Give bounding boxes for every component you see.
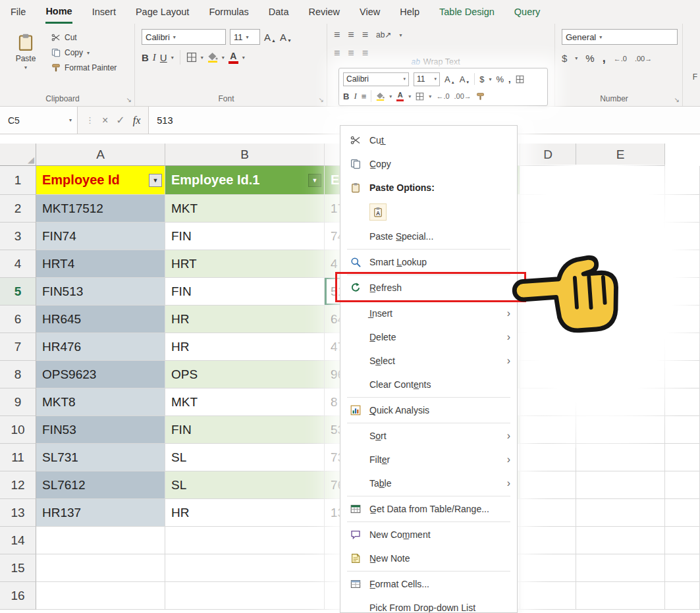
middle-align-icon[interactable]: ≡ xyxy=(348,29,354,41)
cell-a[interactable]: FIN74 xyxy=(36,223,165,250)
align-center-icon[interactable]: ≡ xyxy=(362,92,367,101)
row-header[interactable]: 11 xyxy=(0,444,36,471)
cell-d[interactable] xyxy=(520,278,576,306)
cell-b[interactable]: FIN xyxy=(165,278,325,306)
menu-item-smart-lookup[interactable]: Smart L̲ookup xyxy=(340,250,517,274)
menu-item-new-comment[interactable]: New Com̲ment xyxy=(340,523,517,546)
italic-button[interactable]: I xyxy=(354,91,356,101)
decrease-decimal-icon[interactable]: .00→ xyxy=(454,92,471,100)
cell-a[interactable]: OPS9623 xyxy=(36,361,165,388)
underline-button[interactable]: U xyxy=(160,52,167,63)
cell-a[interactable]: HR645 xyxy=(36,306,165,333)
cell-b[interactable]: SL xyxy=(165,471,325,499)
percent-style-button[interactable]: % xyxy=(585,53,594,64)
dialog-launcher-icon[interactable]: ↘ xyxy=(126,96,132,103)
align-center-icon[interactable]: ≡ xyxy=(348,47,354,59)
bottom-align-icon[interactable]: ≡ xyxy=(362,29,368,41)
enter-icon[interactable]: ✓ xyxy=(116,114,124,126)
ribbon-tab[interactable]: Page Layout xyxy=(136,0,189,24)
menu-item-clear-contents[interactable]: Clear Conte̲nts xyxy=(340,373,517,396)
cell-b[interactable] xyxy=(165,554,325,582)
cell-e[interactable] xyxy=(576,388,665,416)
increase-decimal-icon[interactable]: ←.0 xyxy=(614,55,627,63)
cell-a1[interactable]: Employee Id ▼ xyxy=(36,166,165,195)
ribbon-tab[interactable]: Formulas xyxy=(209,0,248,24)
cell-a[interactable]: HRT4 xyxy=(36,250,165,278)
cell-e[interactable] xyxy=(576,527,665,554)
row-header[interactable]: 3 xyxy=(0,223,36,250)
borders-icon[interactable] xyxy=(416,92,424,101)
font-size-combo[interactable]: 11 ▾ xyxy=(230,29,260,45)
menu-item-format-cells[interactable]: F̲ormat Cells... xyxy=(340,572,517,596)
cell-d[interactable] xyxy=(520,361,576,388)
cell-d[interactable] xyxy=(520,471,576,499)
cell-a[interactable] xyxy=(36,554,165,582)
menu-item-quick-analysis[interactable]: Q̲uick Analysis xyxy=(340,398,517,422)
row-header[interactable]: 13 xyxy=(0,499,36,527)
select-all-corner[interactable]: ◢ xyxy=(0,144,36,166)
menu-item-refresh[interactable]: R̲efresh xyxy=(340,276,517,300)
menu-item-delete[interactable]: D̲elete › xyxy=(340,325,517,349)
font-name-combo[interactable]: Calibri ▾ xyxy=(142,29,226,45)
bold-button[interactable]: B xyxy=(343,92,349,101)
increase-font-button[interactable]: A▲ xyxy=(264,32,276,43)
menu-item-get-data[interactable]: G̲et Data from Table/Range... xyxy=(340,497,517,521)
cell-e[interactable] xyxy=(576,306,665,333)
cell-b[interactable]: HRT xyxy=(165,250,325,278)
increase-font-button[interactable]: A▲ xyxy=(444,74,455,84)
column-header[interactable]: D xyxy=(520,144,576,166)
name-box[interactable]: C5 ▾ xyxy=(0,107,78,134)
decrease-decimal-icon[interactable]: .00→ xyxy=(635,55,652,63)
row-header[interactable]: 5 xyxy=(0,278,36,306)
ribbon-tab[interactable]: Help xyxy=(400,0,419,24)
cell-a[interactable]: MKT8 xyxy=(36,388,165,416)
cell-a[interactable]: SL731 xyxy=(36,444,165,471)
number-format-combo[interactable]: General ▾ xyxy=(562,29,678,45)
cell-d[interactable] xyxy=(520,250,576,278)
cell-e[interactable] xyxy=(576,250,665,278)
ribbon-tab[interactable]: Review xyxy=(308,0,340,24)
cell-b[interactable]: HR xyxy=(165,499,325,527)
paste-keep-text-button[interactable] xyxy=(369,203,387,221)
fill-color-icon[interactable] xyxy=(207,52,218,63)
menu-item-pick-from-list[interactable]: Pick From Drop-down List xyxy=(340,596,517,613)
cell-d[interactable] xyxy=(520,527,576,554)
row-header[interactable]: 14 xyxy=(0,527,36,554)
format-painter-button[interactable]: Format Painter xyxy=(51,63,117,72)
cell-b[interactable]: FIN xyxy=(165,416,325,444)
borders-icon[interactable] xyxy=(186,52,197,63)
menu-item-insert[interactable]: I̲nsert › xyxy=(340,302,517,325)
row-header-1[interactable]: 1 xyxy=(0,166,36,195)
cell-b1[interactable]: Employee Id.1 ▼ xyxy=(165,166,325,195)
cell-d[interactable] xyxy=(520,223,576,250)
merge-format-icon[interactable] xyxy=(516,75,524,84)
cell-b[interactable] xyxy=(165,527,325,554)
cell-d[interactable] xyxy=(520,582,576,610)
row-header[interactable]: 12 xyxy=(0,471,36,499)
row-header[interactable]: 10 xyxy=(0,416,36,444)
cell-d1[interactable] xyxy=(520,166,576,195)
dialog-launcher-icon[interactable]: ↘ xyxy=(674,96,680,103)
cell-b[interactable]: MKT xyxy=(165,195,325,223)
menu-item-table[interactable]: Tab̲le › xyxy=(340,471,517,495)
decrease-font-button[interactable]: A▼ xyxy=(460,74,470,84)
top-align-icon[interactable]: ≡ xyxy=(334,29,340,41)
cell-a[interactable]: FIN53 xyxy=(36,416,165,444)
cell-b[interactable]: SL xyxy=(165,444,325,471)
cell-a[interactable]: MKT17512 xyxy=(36,195,165,223)
menu-item-copy[interactable]: C̲opy xyxy=(340,152,517,176)
menu-item-filter[interactable]: Filte̲r › xyxy=(340,448,517,471)
column-header[interactable]: A xyxy=(36,144,165,166)
percent-style-button[interactable]: % xyxy=(497,74,504,84)
cell-b[interactable]: HR xyxy=(165,306,325,333)
cell-d[interactable] xyxy=(520,554,576,582)
cell-b[interactable] xyxy=(165,582,325,610)
menu-item-new-note[interactable]: N̲ew Note xyxy=(340,546,517,570)
ribbon-tab[interactable]: File xyxy=(11,0,26,24)
format-painter-icon[interactable] xyxy=(476,92,485,101)
cell-e[interactable] xyxy=(576,499,665,527)
comma-style-button[interactable]: , xyxy=(508,74,511,84)
cell-b[interactable]: FIN xyxy=(165,223,325,250)
font-color-button[interactable]: A xyxy=(396,92,404,101)
menu-item-cut[interactable]: Cut̲ xyxy=(340,128,517,152)
